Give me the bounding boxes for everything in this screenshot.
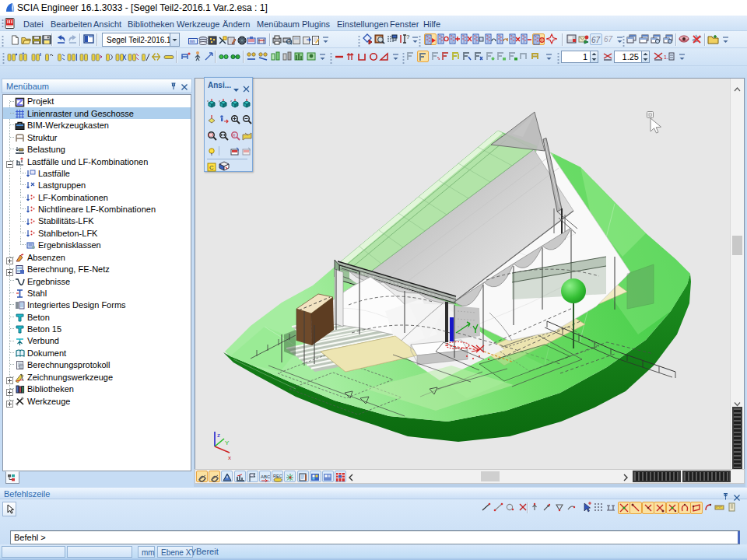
svg-text:REC: REC	[273, 474, 282, 478]
svg-text:1.: 1.	[664, 54, 668, 60]
svg-text:67: 67	[604, 35, 613, 44]
svg-text:C: C	[209, 164, 214, 171]
svg-text:y: y	[219, 99, 220, 103]
svg-text:z: z	[217, 432, 220, 439]
svg-text:R: R	[233, 133, 236, 138]
svg-text:z: z	[230, 99, 232, 103]
svg-text:ABC: ABC	[261, 474, 270, 479]
svg-text:Y: Y	[225, 439, 230, 446]
svg-text:x: x	[228, 454, 231, 461]
svg-text:?: ?	[406, 33, 410, 40]
svg-text:67: 67	[591, 36, 601, 44]
svg-text:x: x	[207, 99, 209, 103]
svg-text:mm: mm	[190, 38, 196, 44]
